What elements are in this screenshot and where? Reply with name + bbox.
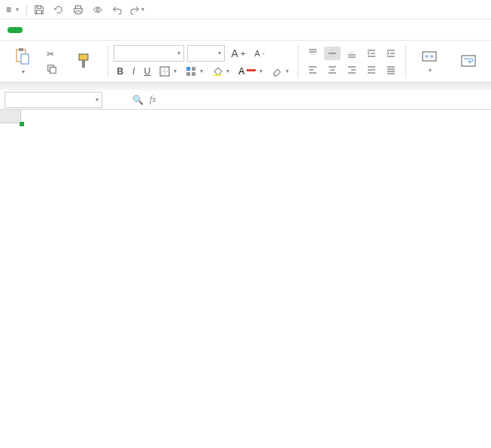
tab-formula[interactable] xyxy=(84,27,99,33)
font-color-button[interactable]: A xyxy=(235,65,265,78)
borders-button[interactable] xyxy=(156,65,180,78)
tab-view[interactable] xyxy=(161,27,176,33)
eraser-icon xyxy=(271,66,282,77)
justify-button[interactable] xyxy=(363,63,380,77)
spreadsheet xyxy=(0,110,491,123)
align-left-button[interactable] xyxy=(305,63,321,77)
align-center-button[interactable] xyxy=(324,63,341,77)
distribute-button[interactable] xyxy=(383,63,399,77)
align-middle-button[interactable] xyxy=(324,47,341,60)
active-cell-outline xyxy=(21,123,24,126)
quick-access-bar: ≡ ▾ xyxy=(0,0,491,20)
border-icon xyxy=(159,66,170,77)
tab-review[interactable] xyxy=(135,27,150,33)
format-painter-button[interactable] xyxy=(65,43,102,80)
paste-icon xyxy=(14,47,31,65)
distribute-icon xyxy=(386,65,396,75)
indent-icon xyxy=(386,48,396,59)
italic-button[interactable]: I xyxy=(129,65,138,78)
hamburger-icon: ≡ xyxy=(6,5,11,15)
font-size-select[interactable]: ▾ xyxy=(187,45,225,62)
justify-icon xyxy=(366,65,377,75)
tab-data[interactable] xyxy=(110,27,125,33)
svg-rect-7 xyxy=(82,60,85,68)
fx-icon[interactable]: fx xyxy=(150,94,156,105)
bucket-icon xyxy=(212,66,223,77)
svg-rect-12 xyxy=(192,67,195,71)
formula-bar: 🔍 fx xyxy=(0,90,491,110)
name-box[interactable] xyxy=(5,92,102,108)
indent-increase-button[interactable] xyxy=(383,47,399,60)
refresh-icon[interactable] xyxy=(51,2,66,17)
align-middle-icon xyxy=(327,48,338,59)
font-name-select[interactable]: ▾ xyxy=(114,45,184,62)
decrease-font-button[interactable]: A- xyxy=(252,47,268,59)
svg-rect-6 xyxy=(79,54,88,60)
svg-rect-11 xyxy=(186,67,190,71)
svg-rect-5 xyxy=(50,67,56,73)
underline-button[interactable]: U xyxy=(141,65,153,78)
svg-rect-15 xyxy=(214,74,221,76)
align-top-button[interactable] xyxy=(305,47,321,60)
align-right-icon xyxy=(347,65,357,75)
increase-font-button[interactable]: A+ xyxy=(228,46,248,61)
align-right-button[interactable] xyxy=(344,63,360,77)
svg-rect-14 xyxy=(192,72,195,76)
merge-icon xyxy=(421,49,438,64)
cut-button[interactable]: ✂ xyxy=(44,47,62,61)
svg-rect-2 xyxy=(19,48,23,51)
bold-button[interactable]: B xyxy=(114,65,126,78)
preview-icon[interactable] xyxy=(90,2,105,17)
align-bottom-button[interactable] xyxy=(344,47,360,60)
select-all-corner[interactable] xyxy=(0,110,21,123)
wrap-icon xyxy=(460,53,477,68)
redo-icon[interactable] xyxy=(129,2,144,17)
tab-security[interactable] xyxy=(186,27,202,33)
grid-icon xyxy=(186,66,196,77)
tab-start[interactable] xyxy=(8,27,23,33)
svg-point-0 xyxy=(96,8,99,11)
svg-rect-13 xyxy=(186,72,190,76)
column-headers xyxy=(0,110,491,123)
outdent-icon xyxy=(366,48,377,59)
align-top-icon xyxy=(308,48,318,59)
save-icon[interactable] xyxy=(32,2,47,17)
brush-icon xyxy=(76,53,91,69)
align-left-icon xyxy=(308,65,318,75)
file-menu[interactable]: ≡ ▾ xyxy=(3,3,22,17)
align-bottom-icon xyxy=(347,48,357,59)
svg-rect-3 xyxy=(21,54,29,64)
copy-icon xyxy=(47,64,57,74)
cell-style-button[interactable] xyxy=(183,65,206,78)
align-center-icon xyxy=(327,65,338,75)
lookup-icon[interactable]: 🔍 xyxy=(132,95,144,105)
clear-button[interactable] xyxy=(268,65,292,78)
fill-color-button[interactable] xyxy=(209,65,232,78)
paste-button[interactable] xyxy=(5,43,41,80)
tab-insert[interactable] xyxy=(33,27,48,33)
undo-icon[interactable] xyxy=(110,2,125,17)
scissors-icon: ✂ xyxy=(47,49,54,59)
indent-decrease-button[interactable] xyxy=(363,47,380,60)
print-icon[interactable] xyxy=(71,2,86,17)
copy-button[interactable] xyxy=(44,62,62,76)
ribbon: ✂ ▾ ▾ A+ A- B I U A xyxy=(0,41,491,83)
tab-layout[interactable] xyxy=(59,27,74,33)
tab-bar xyxy=(0,20,491,41)
merge-center-button[interactable] xyxy=(411,43,447,80)
wrap-text-button[interactable] xyxy=(450,43,486,80)
formula-input[interactable] xyxy=(162,92,388,107)
